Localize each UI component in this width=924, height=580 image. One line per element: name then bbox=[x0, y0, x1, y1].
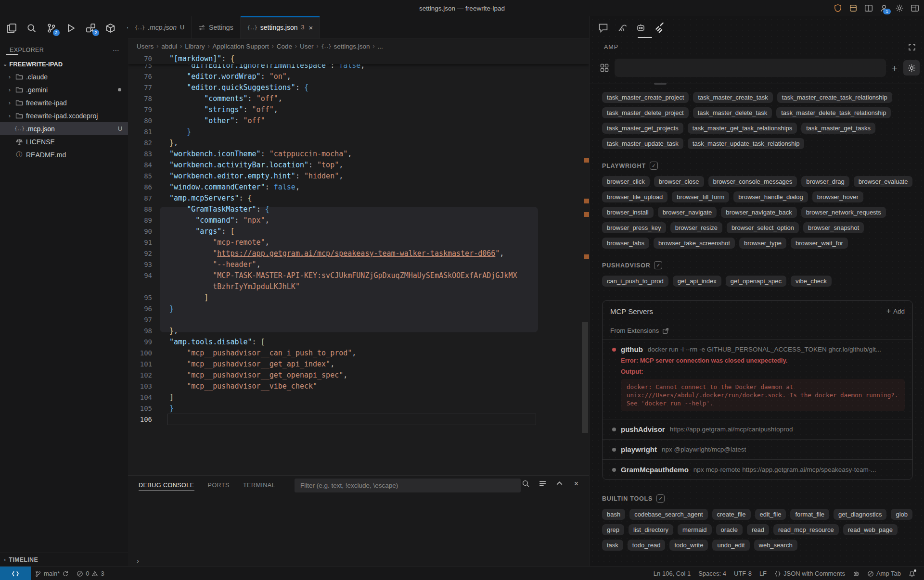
tool-chip[interactable]: grep bbox=[602, 524, 624, 535]
tool-chip[interactable]: glob bbox=[891, 509, 912, 520]
status-item-amp-tab[interactable]: Amp Tab bbox=[863, 570, 905, 577]
tool-chip[interactable]: can_i_push_to_prod bbox=[602, 276, 668, 287]
tool-chip[interactable]: browser_drag bbox=[801, 176, 849, 187]
tree-item-freewrite-ipad[interactable]: ›freewrite-ipad bbox=[0, 96, 128, 109]
robot-icon[interactable] bbox=[636, 23, 646, 33]
tool-chip[interactable]: codebase_search_agent bbox=[629, 509, 707, 520]
tool-chip[interactable]: task_master_get_task_relationships bbox=[688, 123, 797, 134]
amp-settings-button[interactable] bbox=[903, 60, 920, 76]
mcp-server-row[interactable]: pushAdvisorhttps://app.getgram.ai/mcp/ca… bbox=[603, 419, 912, 439]
tree-item--mcp-json[interactable]: {..}.mcp.jsonU bbox=[0, 122, 128, 135]
checkbox-checked-icon[interactable]: ✓ bbox=[654, 261, 662, 269]
tool-chip[interactable]: todo_read bbox=[628, 540, 666, 551]
code-editor[interactable]: 76 "editor.wordWrap": "on",77 "editor.qu… bbox=[128, 53, 589, 492]
tab-settings[interactable]: Settings bbox=[192, 16, 241, 38]
tool-chip[interactable]: task_master_get_tasks bbox=[801, 123, 875, 134]
remote-indicator[interactable] bbox=[0, 567, 31, 580]
tool-chip[interactable]: task_master_create_task bbox=[693, 92, 772, 103]
panel-divider[interactable] bbox=[590, 84, 924, 84]
tree-item-freewrite-ipad-xcodeproj[interactable]: ›freewrite-ipad.xcodeproj bbox=[0, 109, 128, 122]
tool-chip[interactable]: task_master_update_task_relationship bbox=[688, 138, 805, 149]
close-icon[interactable]: × bbox=[572, 479, 580, 488]
source-control-icon[interactable]: 2 bbox=[46, 23, 56, 33]
box-icon[interactable] bbox=[849, 4, 858, 13]
problems-status[interactable]: 0 3 bbox=[73, 567, 108, 580]
tool-chip[interactable]: list_directory bbox=[629, 524, 673, 535]
tool-chip[interactable]: get_api_index bbox=[673, 276, 721, 287]
tool-chip[interactable]: browser_press_key bbox=[602, 222, 666, 233]
panel-tab-terminal[interactable]: TERMINAL bbox=[243, 476, 275, 495]
breadcrumb-item[interactable]: Library bbox=[185, 43, 205, 50]
tool-chip[interactable]: browser_click bbox=[602, 176, 650, 187]
tool-chip[interactable]: browser_console_messages bbox=[708, 176, 797, 187]
comment-icon[interactable] bbox=[598, 23, 608, 33]
tool-chip[interactable]: browser_resize bbox=[670, 222, 722, 233]
tool-chip[interactable]: task bbox=[602, 540, 623, 551]
close-icon[interactable]: × bbox=[309, 24, 313, 32]
tool-chip[interactable]: browser_select_option bbox=[727, 222, 799, 233]
checkbox-checked-icon[interactable]: ✓ bbox=[650, 162, 658, 170]
mcp-server-row[interactable]: githubdocker run -i --rm -e GITHUB_PERSO… bbox=[603, 339, 912, 419]
from-extensions-row[interactable]: From Extensions bbox=[603, 322, 912, 339]
gear-icon[interactable] bbox=[895, 4, 904, 13]
breadcrumb-item[interactable]: abdul bbox=[161, 43, 177, 50]
tool-chip[interactable]: browser_install bbox=[602, 207, 654, 218]
status-item-spaces-4[interactable]: Spaces: 4 bbox=[694, 570, 730, 577]
tool-chip[interactable]: browser_type bbox=[739, 238, 786, 249]
tool-chip[interactable]: mermaid bbox=[678, 524, 712, 535]
search-icon[interactable] bbox=[522, 479, 530, 488]
tool-chip[interactable]: oracle bbox=[716, 524, 743, 535]
account-icon[interactable]: 1 bbox=[880, 4, 888, 13]
tool-chip[interactable]: browser_navigate_back bbox=[721, 207, 796, 218]
filter-input[interactable] bbox=[299, 481, 516, 490]
tool-chip[interactable]: browser_handle_dialog bbox=[733, 191, 808, 202]
columns-icon[interactable] bbox=[864, 4, 873, 13]
tool-chip[interactable]: task_master_get_projects bbox=[602, 123, 683, 134]
status-item-utf-8[interactable]: UTF-8 bbox=[730, 570, 756, 577]
tool-chip[interactable]: browser_evaluate bbox=[854, 176, 913, 187]
tool-chip[interactable]: browser_network_requests bbox=[801, 207, 886, 218]
explorer-icon[interactable] bbox=[7, 23, 17, 33]
tool-chip[interactable]: web_search bbox=[754, 540, 797, 551]
tool-chip[interactable]: format_file bbox=[790, 509, 829, 520]
tool-chip[interactable]: browser_wait_for bbox=[791, 238, 848, 249]
tree-item--claude[interactable]: ›.claude bbox=[0, 70, 128, 83]
package-icon[interactable] bbox=[105, 23, 116, 33]
panel-tab-debug-console[interactable]: DEBUG CONSOLE bbox=[139, 476, 194, 495]
tool-chip[interactable]: browser_hover bbox=[812, 191, 863, 202]
breadcrumb-item[interactable]: User bbox=[300, 43, 314, 50]
breadcrumb[interactable]: Users›abdul›Library›Application Support›… bbox=[128, 39, 589, 53]
lines-icon[interactable] bbox=[539, 479, 547, 488]
tool-chip[interactable]: task_master_create_project bbox=[602, 92, 689, 103]
tool-chip[interactable]: browser_tabs bbox=[602, 238, 649, 249]
status-item-json-with-comments[interactable]: JSON with Comments bbox=[770, 570, 849, 577]
tool-chip[interactable]: edit_file bbox=[755, 509, 786, 520]
shield-icon[interactable] bbox=[834, 4, 842, 13]
tool-chip[interactable]: task_master_delete_task_relationship bbox=[776, 107, 891, 118]
mcp-server-row[interactable]: GramMcpauthdemonpx mcp-remote https://ap… bbox=[603, 459, 912, 479]
breadcrumb-item[interactable]: Application Support bbox=[213, 43, 269, 50]
breadcrumb-tail[interactable]: ... bbox=[378, 43, 383, 50]
tree-item--gemini[interactable]: ›.gemini bbox=[0, 83, 128, 96]
tool-chip[interactable]: browser_navigate bbox=[658, 207, 717, 218]
search-icon[interactable] bbox=[26, 23, 37, 33]
editor-scrollbar[interactable] bbox=[582, 322, 588, 433]
tab-settings-json[interactable]: {..}settings.json3× bbox=[241, 16, 321, 38]
plus-icon[interactable]: + bbox=[892, 63, 898, 73]
tool-chip[interactable]: browser_snapshot bbox=[803, 222, 864, 233]
breadcrumb-file[interactable]: settings.json bbox=[334, 43, 370, 50]
amp-prompt-input[interactable] bbox=[615, 59, 886, 77]
expand-icon[interactable] bbox=[555, 479, 564, 488]
more-actions-icon[interactable]: ⋯ bbox=[113, 46, 120, 54]
tool-chip[interactable]: browser_take_screenshot bbox=[654, 238, 735, 249]
tool-chip[interactable]: browser_fill_form bbox=[672, 191, 729, 202]
breadcrumb-item[interactable]: Users bbox=[137, 43, 154, 50]
tool-chip[interactable]: read_web_page bbox=[843, 524, 898, 535]
tool-chip[interactable]: task_master_create_task_relationship bbox=[777, 92, 892, 103]
checkbox-checked-icon[interactable]: ✓ bbox=[656, 494, 665, 503]
kangaroo-icon[interactable] bbox=[617, 23, 627, 33]
tool-chip[interactable]: bash bbox=[602, 509, 625, 520]
timeline-section[interactable]: › TIMELINE bbox=[0, 553, 132, 566]
amp-icon[interactable] bbox=[654, 23, 665, 33]
tool-chip[interactable]: todo_write bbox=[669, 540, 708, 551]
